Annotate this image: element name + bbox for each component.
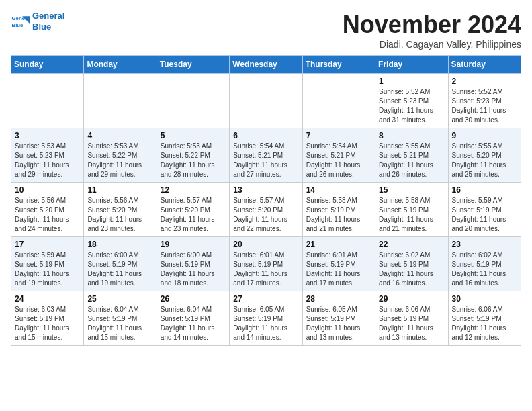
weekday-header-row: SundayMondayTuesdayWednesdayThursdayFrid…	[11, 56, 521, 74]
logo-line2: Blue	[32, 21, 51, 32]
day-info: Sunrise: 5:54 AM Sunset: 5:21 PM Dayligh…	[233, 142, 298, 179]
calendar-cell	[302, 74, 375, 128]
day-number: 30	[452, 294, 517, 304]
day-number: 17	[15, 240, 80, 249]
day-number: 7	[306, 131, 371, 140]
calendar-cell: 11Sunrise: 5:56 AM Sunset: 5:20 PM Dayli…	[84, 183, 157, 237]
day-info: Sunrise: 6:02 AM Sunset: 5:19 PM Dayligh…	[452, 250, 517, 288]
day-info: Sunrise: 6:00 AM Sunset: 5:19 PM Dayligh…	[161, 250, 226, 288]
day-number: 6	[233, 131, 298, 140]
day-number: 18	[87, 240, 152, 249]
calendar-cell: 24Sunrise: 6:03 AM Sunset: 5:19 PM Dayli…	[11, 291, 84, 346]
day-number: 20	[233, 240, 298, 249]
day-info: Sunrise: 5:59 AM Sunset: 5:19 PM Dayligh…	[15, 250, 80, 288]
calendar-cell	[157, 74, 229, 128]
day-info: Sunrise: 5:54 AM Sunset: 5:21 PM Dayligh…	[306, 142, 371, 179]
calendar-cell: 25Sunrise: 6:04 AM Sunset: 5:19 PM Dayli…	[84, 291, 157, 346]
calendar-cell: 6Sunrise: 5:54 AM Sunset: 5:21 PM Daylig…	[230, 128, 302, 183]
day-number: 25	[87, 294, 152, 304]
day-info: Sunrise: 6:02 AM Sunset: 5:19 PM Dayligh…	[379, 250, 444, 288]
calendar-table: SundayMondayTuesdayWednesdayThursdayFrid…	[11, 55, 521, 346]
calendar-cell: 20Sunrise: 6:01 AM Sunset: 5:19 PM Dayli…	[230, 237, 302, 291]
day-number: 29	[379, 294, 444, 304]
calendar-cell: 9Sunrise: 5:55 AM Sunset: 5:20 PM Daylig…	[448, 128, 521, 183]
day-info: Sunrise: 5:58 AM Sunset: 5:19 PM Dayligh…	[306, 196, 371, 234]
day-info: Sunrise: 6:04 AM Sunset: 5:19 PM Dayligh…	[87, 305, 152, 342]
calendar-week-row: 1Sunrise: 5:52 AM Sunset: 5:23 PM Daylig…	[11, 74, 521, 128]
day-number: 10	[15, 185, 80, 195]
calendar-cell: 18Sunrise: 6:00 AM Sunset: 5:19 PM Dayli…	[84, 237, 157, 291]
day-number: 28	[306, 294, 371, 304]
day-number: 2	[452, 77, 517, 86]
day-number: 12	[161, 185, 226, 195]
calendar-cell: 14Sunrise: 5:58 AM Sunset: 5:19 PM Dayli…	[302, 183, 375, 237]
day-number: 21	[306, 240, 371, 249]
day-info: Sunrise: 6:03 AM Sunset: 5:19 PM Dayligh…	[15, 305, 80, 342]
day-number: 4	[87, 131, 152, 140]
calendar-cell: 12Sunrise: 5:57 AM Sunset: 5:20 PM Dayli…	[157, 183, 229, 237]
calendar-cell: 3Sunrise: 5:53 AM Sunset: 5:23 PM Daylig…	[11, 128, 84, 183]
day-info: Sunrise: 6:00 AM Sunset: 5:19 PM Dayligh…	[87, 250, 152, 288]
calendar-cell: 13Sunrise: 5:57 AM Sunset: 5:20 PM Dayli…	[230, 183, 302, 237]
logo-text: General Blue	[32, 11, 64, 32]
calendar-cell	[84, 74, 157, 128]
day-number: 9	[452, 131, 517, 140]
day-number: 26	[161, 294, 226, 304]
calendar-cell: 26Sunrise: 6:04 AM Sunset: 5:19 PM Dayli…	[157, 291, 229, 346]
day-info: Sunrise: 6:05 AM Sunset: 5:19 PM Dayligh…	[233, 305, 298, 342]
weekday-header: Friday	[375, 56, 448, 74]
day-number: 19	[161, 240, 226, 249]
calendar-cell: 16Sunrise: 5:59 AM Sunset: 5:19 PM Dayli…	[448, 183, 521, 237]
day-number: 3	[15, 131, 80, 140]
day-number: 5	[161, 131, 226, 140]
calendar-cell: 7Sunrise: 5:54 AM Sunset: 5:21 PM Daylig…	[302, 128, 375, 183]
calendar-cell: 23Sunrise: 6:02 AM Sunset: 5:19 PM Dayli…	[448, 237, 521, 291]
weekday-header: Monday	[84, 56, 157, 74]
day-info: Sunrise: 5:52 AM Sunset: 5:23 PM Dayligh…	[379, 87, 444, 125]
day-number: 14	[306, 185, 371, 195]
calendar-cell: 1Sunrise: 5:52 AM Sunset: 5:23 PM Daylig…	[375, 74, 448, 128]
calendar-cell: 2Sunrise: 5:52 AM Sunset: 5:23 PM Daylig…	[448, 74, 521, 128]
calendar-cell	[230, 74, 302, 128]
svg-text:General: General	[12, 15, 30, 21]
calendar-week-row: 17Sunrise: 5:59 AM Sunset: 5:19 PM Dayli…	[11, 237, 521, 291]
page-header: General Blue General Blue November 2024 …	[11, 11, 521, 50]
day-number: 13	[233, 185, 298, 195]
day-info: Sunrise: 5:53 AM Sunset: 5:22 PM Dayligh…	[87, 142, 152, 179]
calendar-cell: 8Sunrise: 5:55 AM Sunset: 5:21 PM Daylig…	[375, 128, 448, 183]
calendar-cell: 27Sunrise: 6:05 AM Sunset: 5:19 PM Dayli…	[230, 291, 302, 346]
month-title: November 2024	[343, 11, 521, 39]
day-info: Sunrise: 5:57 AM Sunset: 5:20 PM Dayligh…	[233, 196, 298, 234]
logo: General Blue General Blue	[11, 11, 64, 32]
title-block: November 2024 Diadi, Cagayan Valley, Phi…	[343, 11, 521, 50]
calendar-cell: 5Sunrise: 5:53 AM Sunset: 5:22 PM Daylig…	[157, 128, 229, 183]
day-number: 11	[87, 185, 152, 195]
day-number: 24	[15, 294, 80, 304]
logo-line1: General	[32, 11, 64, 21]
day-info: Sunrise: 6:05 AM Sunset: 5:19 PM Dayligh…	[306, 305, 371, 342]
day-number: 16	[452, 185, 517, 195]
day-info: Sunrise: 5:55 AM Sunset: 5:21 PM Dayligh…	[379, 142, 444, 179]
day-info: Sunrise: 6:06 AM Sunset: 5:19 PM Dayligh…	[379, 305, 444, 342]
day-info: Sunrise: 6:01 AM Sunset: 5:19 PM Dayligh…	[233, 250, 298, 288]
day-info: Sunrise: 6:01 AM Sunset: 5:19 PM Dayligh…	[306, 250, 371, 288]
weekday-header: Wednesday	[230, 56, 302, 74]
calendar-cell: 17Sunrise: 5:59 AM Sunset: 5:19 PM Dayli…	[11, 237, 84, 291]
calendar-cell: 15Sunrise: 5:58 AM Sunset: 5:19 PM Dayli…	[375, 183, 448, 237]
location: Diadi, Cagayan Valley, Philippines	[343, 39, 521, 50]
day-info: Sunrise: 6:06 AM Sunset: 5:19 PM Dayligh…	[452, 305, 517, 342]
calendar-cell: 28Sunrise: 6:05 AM Sunset: 5:19 PM Dayli…	[302, 291, 375, 346]
calendar-week-row: 10Sunrise: 5:56 AM Sunset: 5:20 PM Dayli…	[11, 183, 521, 237]
day-number: 22	[379, 240, 444, 249]
calendar-cell: 30Sunrise: 6:06 AM Sunset: 5:19 PM Dayli…	[448, 291, 521, 346]
day-info: Sunrise: 6:04 AM Sunset: 5:19 PM Dayligh…	[161, 305, 226, 342]
day-number: 23	[452, 240, 517, 249]
weekday-header: Sunday	[11, 56, 84, 74]
day-info: Sunrise: 5:59 AM Sunset: 5:19 PM Dayligh…	[452, 196, 517, 234]
weekday-header: Thursday	[302, 56, 375, 74]
calendar-week-row: 24Sunrise: 6:03 AM Sunset: 5:19 PM Dayli…	[11, 291, 521, 346]
day-info: Sunrise: 5:57 AM Sunset: 5:20 PM Dayligh…	[161, 196, 226, 234]
calendar-cell: 29Sunrise: 6:06 AM Sunset: 5:19 PM Dayli…	[375, 291, 448, 346]
day-number: 15	[379, 185, 444, 195]
day-info: Sunrise: 5:56 AM Sunset: 5:20 PM Dayligh…	[87, 196, 152, 234]
